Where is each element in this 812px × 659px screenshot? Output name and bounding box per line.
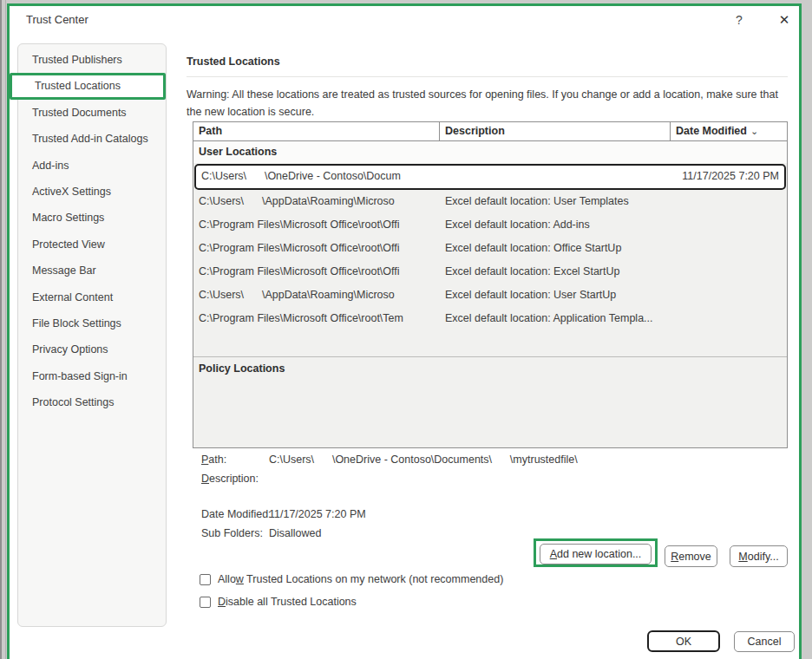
row-description: Excel default location: User StartUp [440,284,671,307]
column-header-description[interactable]: Description [440,122,671,140]
table-row[interactable]: C:\Users\ \AppData\Roaming\Microso Excel… [193,190,787,213]
sidebar: Trusted Publishers Trusted Locations Tru… [17,43,167,627]
sidebar-item-protected-view[interactable]: Protected View [18,232,166,258]
row-date [671,237,787,260]
column-header-path[interactable]: Path [193,122,440,140]
row-path: C:\Program Files\Microsoft Office\root\O… [193,213,440,237]
disable-all-checkbox[interactable] [200,597,211,608]
sidebar-item-activex-settings[interactable]: ActiveX Settings [18,179,166,205]
column-header-date-label: Date Modified [676,125,747,137]
add-new-location-button[interactable]: Add new location... [540,544,652,564]
row-path: C:\Program Files\Microsoft Office\root\T… [193,307,440,330]
date-modified-value: 11/17/2025 7:20 PM [269,508,366,520]
row-path: C:\Users\ \AppData\Roaming\Microso [193,190,440,213]
row-path: C:\Users\ \AppData\Roaming\Microso [193,284,440,307]
row-date [671,307,787,330]
row-date: 11/17/2025 7:20 PM [673,166,784,188]
ok-button[interactable]: OK [647,630,720,652]
cancel-button[interactable]: Cancel [734,631,795,652]
sort-descending-icon: ⌄ [750,126,758,136]
disable-all-checkbox-row: Disable all Trusted Locations [200,596,357,608]
allow-network-locations-checkbox[interactable] [200,574,211,585]
row-description: Excel default location: Application Temp… [440,307,671,330]
group-header-user-locations: User Locations [193,141,787,163]
sub-folders-value: Disallowed [269,527,321,539]
column-header-date-modified[interactable]: Date Modified⌄ [671,122,787,140]
path-label: Path: [201,453,226,466]
sidebar-item-macro-settings[interactable]: Macro Settings [18,205,166,231]
dialog-title: Trust Center [26,13,88,26]
row-description: Excel default location: Office StartUp [440,237,671,260]
left-edge-line-2 [5,0,6,659]
sidebar-item-trusted-documents[interactable]: Trusted Documents [18,100,166,126]
table-row[interactable]: C:\Users\ \AppData\Roaming\Microso Excel… [193,284,787,307]
sidebar-item-file-block-settings[interactable]: File Block Settings [18,310,166,336]
sidebar-item-protocol-settings[interactable]: Protocol Settings [18,389,166,415]
row-path: C:\Program Files\Microsoft Office\root\O… [193,260,440,284]
date-modified-label: Date Modified: [201,508,272,520]
help-icon[interactable]: ? [730,11,748,29]
row-description: Excel default location: User Templates [440,190,671,213]
table-header: Path Description Date Modified⌄ [193,122,787,141]
path-value: C:\Users\ \OneDrive - Contoso\Documents\… [269,453,578,466]
trusted-locations-table: Path Description Date Modified⌄ User Loc… [193,121,788,448]
table-row[interactable]: C:\Program Files\Microsoft Office\root\O… [193,237,787,260]
row-path: C:\Users\ \OneDrive - Contoso\Docum [196,166,442,188]
modify-button[interactable]: Modify... [730,545,788,567]
table-row[interactable]: C:\Program Files\Microsoft Office\root\O… [193,213,787,237]
left-edge-line [0,0,2,659]
disable-all-label: Disable all Trusted Locations [218,596,357,608]
remove-button[interactable]: Remove [665,545,717,567]
row-path: C:\Program Files\Microsoft Office\root\O… [193,237,440,260]
sidebar-item-add-ins[interactable]: Add-ins [18,153,166,179]
table-row-selected[interactable]: C:\Users\ \OneDrive - Contoso\Docum 11/1… [194,164,786,190]
sidebar-item-trusted-addin-catalogs[interactable]: Trusted Add-in Catalogs [18,126,166,152]
close-icon[interactable]: ✕ [775,10,794,29]
row-date [671,260,787,284]
sidebar-item-trusted-publishers[interactable]: Trusted Publishers [18,47,166,73]
row-date [671,190,787,213]
screenshot-root: Trust Center ? ✕ Trusted Publishers Trus… [0,0,812,659]
row-date [671,284,787,307]
sidebar-item-message-bar[interactable]: Message Bar [18,258,166,284]
sidebar-item-form-based-sign-in[interactable]: Form-based Sign-in [18,363,166,389]
row-description: Excel default location: Excel StartUp [440,260,671,284]
table-row[interactable]: C:\Program Files\Microsoft Office\root\T… [193,307,787,330]
sub-folders-label: Sub Folders: [201,527,263,539]
sidebar-item-trusted-locations[interactable]: Trusted Locations [10,73,166,99]
page-title: Trusted Locations [187,55,280,68]
sidebar-item-external-content[interactable]: External Content [18,284,166,310]
warning-text: Warning: All these locations are treated… [187,86,793,121]
table-row[interactable]: C:\Program Files\Microsoft Office\root\O… [193,260,787,284]
sidebar-item-privacy-options[interactable]: Privacy Options [18,336,166,362]
row-description [442,166,673,188]
row-date [671,213,787,237]
allow-network-locations-label: Allow Trusted Locations on my network (n… [218,573,503,585]
allow-network-locations-checkbox-row: Allow Trusted Locations on my network (n… [200,573,503,585]
description-label: Description: [201,473,259,485]
row-description: Excel default location: Add-ins [440,213,671,237]
heading-divider [187,76,788,77]
group-header-policy-locations: Policy Locations [193,356,787,380]
